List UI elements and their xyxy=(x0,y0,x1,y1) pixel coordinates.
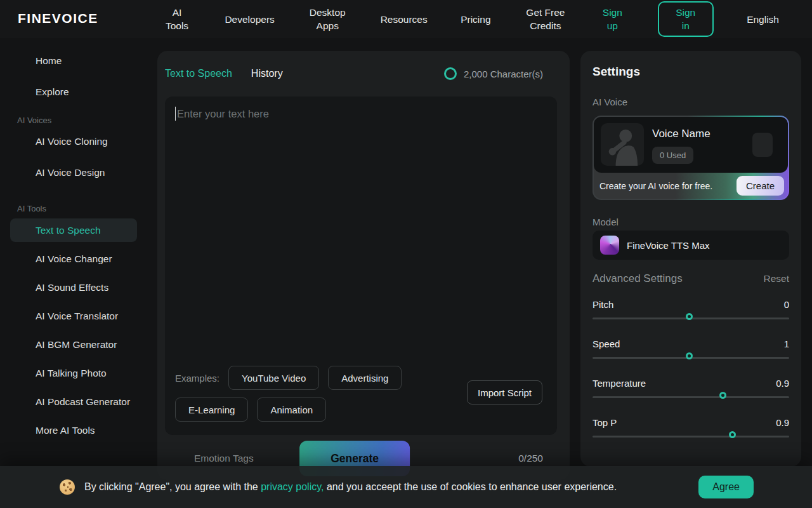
reset-button[interactable]: Reset xyxy=(764,273,790,284)
sidebar-item-home[interactable]: Home xyxy=(0,53,157,69)
voice-promo-strip: Create your AI voice for free. Create xyxy=(594,173,788,199)
temperature-slider-knob[interactable] xyxy=(719,392,726,399)
sidebar-item-ai-voice-design[interactable]: AI Voice Design xyxy=(0,165,157,180)
sidebar: Home Explore AI Voices AI Voice Cloning … xyxy=(0,38,157,438)
speed-slider-knob[interactable] xyxy=(686,352,693,359)
speed-slider[interactable] xyxy=(593,357,789,359)
nav-item-get-free-credits[interactable]: Get Free Credits xyxy=(524,6,567,32)
advanced-settings-label: Advanced Settings xyxy=(593,272,683,285)
voice-used-badge: 0 Used xyxy=(652,147,693,164)
sign-in-button[interactable]: Sign in xyxy=(658,1,714,37)
language-selector[interactable]: English xyxy=(747,13,779,26)
character-counter: 2,000 Character(s) xyxy=(444,67,543,80)
sidebar-active-label: Text to Speech xyxy=(10,225,101,236)
voice-card[interactable]: Voice Name 0 Used Create your AI voice f… xyxy=(593,116,789,200)
ai-voice-label: AI Voice xyxy=(593,97,789,107)
sidebar-item-explore[interactable]: Explore xyxy=(0,84,157,100)
emotion-counter: 0/250 xyxy=(518,453,543,464)
cookie-consent-text: By clicking "Agree", you agree with the … xyxy=(84,481,617,493)
top-p-label: Top P xyxy=(593,417,617,428)
sidebar-item-ai-voice-cloning[interactable]: AI Voice Cloning xyxy=(0,134,157,149)
sign-in-label: Sign in xyxy=(672,6,699,32)
pitch-slider-knob[interactable] xyxy=(686,313,693,320)
sidebar-item-ai-bgm-generator[interactable]: AI BGM Generator xyxy=(0,337,157,352)
example-advertising-button[interactable]: Advertising xyxy=(328,366,402,390)
singer-silhouette-icon xyxy=(601,123,644,166)
voice-avatar xyxy=(601,123,644,166)
nav-item-desktop-apps[interactable]: Desktop Apps xyxy=(308,6,347,32)
emotion-tags-button[interactable]: Emotion Tags xyxy=(194,453,254,464)
brand-logo[interactable]: FINEVOICE xyxy=(18,11,98,26)
sign-up-link[interactable]: Sign up xyxy=(600,6,624,32)
agree-button[interactable]: Agree xyxy=(698,476,754,498)
tab-history[interactable]: History xyxy=(251,68,283,79)
settings-panel: Settings AI Voice xyxy=(580,51,801,467)
sidebar-item-ai-voice-translator[interactable]: AI Voice Translator xyxy=(0,309,157,324)
temperature-value: 0.9 xyxy=(776,378,789,389)
settings-title: Settings xyxy=(593,65,789,79)
advanced-settings-row: Advanced Settings Reset xyxy=(593,272,789,285)
top-navigation-bar: FINEVOICE AI Tools Developers Desktop Ap… xyxy=(0,0,812,38)
cookie-icon xyxy=(60,479,75,495)
sidebar-item-ai-voice-changer[interactable]: AI Voice Changer xyxy=(0,251,157,267)
sidebar-section-ai-tools: AI Tools xyxy=(0,203,157,215)
character-ring-icon xyxy=(444,67,457,80)
editor-placeholder: Enter your text here xyxy=(177,108,269,120)
privacy-policy-link[interactable]: privacy policy, xyxy=(261,481,324,492)
voice-promo-text: Create your AI voice for free. xyxy=(599,181,712,191)
model-label: Model xyxy=(593,217,789,227)
cookie-consent-bar: By clicking "Agree", you agree with the … xyxy=(0,466,812,508)
text-cursor xyxy=(175,107,176,121)
example-youtube-video-button[interactable]: YouTube Video xyxy=(228,366,319,390)
top-p-row: Top P 0.9 xyxy=(593,416,789,429)
sidebar-item-text-to-speech-active[interactable]: Text to Speech xyxy=(10,218,137,242)
temperature-row: Temperature 0.9 xyxy=(593,377,789,389)
sidebar-item-ai-talking-photo[interactable]: AI Talking Photo xyxy=(0,366,157,381)
import-script-button[interactable]: Import Script xyxy=(467,380,542,404)
top-p-slider[interactable] xyxy=(593,436,789,438)
temperature-label: Temperature xyxy=(593,378,646,389)
model-icon xyxy=(600,236,619,255)
cookie-text-prefix: By clicking "Agree", you agree with the xyxy=(84,481,261,492)
pitch-row: Pitch 0 xyxy=(593,298,789,311)
pitch-label: Pitch xyxy=(593,299,613,310)
voice-action-button[interactable] xyxy=(752,133,773,157)
pitch-slider[interactable] xyxy=(593,318,789,319)
top-p-value: 0.9 xyxy=(776,417,789,428)
example-e-learning-button[interactable]: E-Learning xyxy=(175,398,248,422)
voice-name: Voice Name xyxy=(652,128,710,140)
examples-label: Examples: xyxy=(175,373,219,384)
pitch-value: 0 xyxy=(784,299,789,310)
main-tabs: Text to Speech History 2,000 Character(s… xyxy=(165,51,557,97)
sidebar-section-ai-voices: AI Voices xyxy=(0,115,157,126)
nav-item-resources[interactable]: Resources xyxy=(381,13,428,26)
speed-row: Speed 1 xyxy=(593,337,789,350)
temperature-slider[interactable] xyxy=(593,396,789,398)
nav-item-developers[interactable]: Developers xyxy=(225,13,274,26)
nav-links: AI Tools Developers Desktop Apps Resourc… xyxy=(162,0,779,38)
speed-label: Speed xyxy=(593,338,620,349)
text-to-speech-panel: Text to Speech History 2,000 Character(s… xyxy=(157,51,570,480)
tab-text-to-speech[interactable]: Text to Speech xyxy=(165,68,232,79)
character-counter-text: 2,000 Character(s) xyxy=(464,69,543,79)
voice-card-inner: Voice Name 0 Used Create your AI voice f… xyxy=(594,117,788,199)
sidebar-item-ai-sound-effects[interactable]: AI Sound Effects xyxy=(0,280,157,295)
sidebar-item-ai-podcast-generator[interactable]: AI Podcast Generator xyxy=(0,394,157,410)
example-animation-button[interactable]: Animation xyxy=(257,398,326,422)
top-p-slider-knob[interactable] xyxy=(729,431,736,438)
sidebar-item-more-ai-tools[interactable]: More AI Tools xyxy=(0,423,157,438)
model-name: FineVoice TTS Max xyxy=(627,240,710,251)
create-voice-button[interactable]: Create xyxy=(737,176,784,196)
text-input-area[interactable]: Enter your text here Examples: YouTube V… xyxy=(165,97,557,435)
voice-card-main: Voice Name 0 Used xyxy=(594,117,788,173)
speed-value: 1 xyxy=(784,338,789,349)
examples-row: Examples: YouTube Video Advertising E-Le… xyxy=(175,366,419,422)
model-selector[interactable]: FineVoice TTS Max xyxy=(593,231,789,260)
nav-item-ai-tools[interactable]: AI Tools xyxy=(162,6,192,32)
cookie-text-suffix: and you acceept the use of cookies to en… xyxy=(324,481,617,492)
nav-item-pricing[interactable]: Pricing xyxy=(461,13,490,26)
editor-placeholder-row: Enter your text here xyxy=(175,107,269,121)
